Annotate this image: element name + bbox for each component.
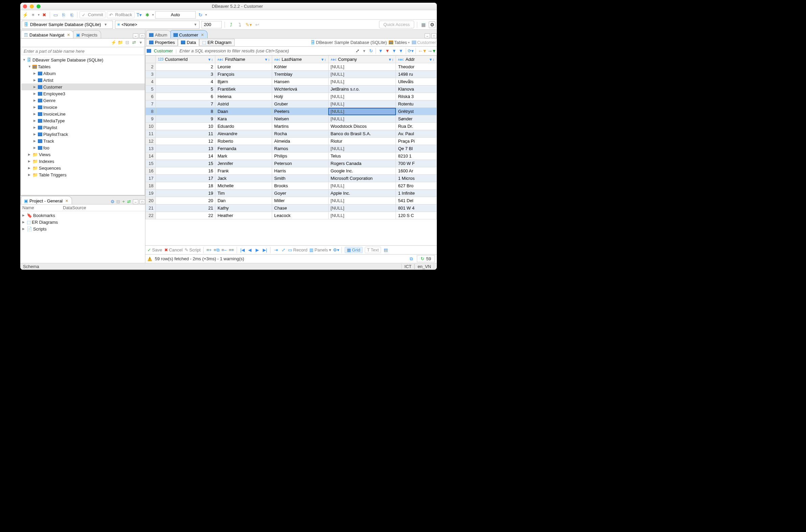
cell[interactable]: [NULL] xyxy=(328,197,396,205)
close-tab-icon[interactable]: ✕ xyxy=(65,199,68,203)
breadcrumb-object[interactable]: Customer xyxy=(412,40,436,45)
cell[interactable]: 9 xyxy=(156,115,215,123)
cell[interactable]: Microsoft Corporation xyxy=(328,175,396,182)
column-filter-icon[interactable]: ▼↕ xyxy=(388,57,394,61)
project-new-icon[interactable]: ＋ xyxy=(121,199,126,204)
table-row[interactable]: 1919TimGoyerApple Inc.1 Infinite xyxy=(146,190,437,197)
expand-toggle-icon[interactable]: ▶ xyxy=(28,173,32,176)
cell[interactable]: Michelle xyxy=(215,182,272,190)
cell[interactable]: [NULL] xyxy=(328,115,396,123)
record-button[interactable]: ▭Record xyxy=(288,247,307,252)
column-header-firstname[interactable]: ᴀʙᴄ FirstName▼↕ xyxy=(215,56,272,63)
cell[interactable]: Kathy xyxy=(215,205,272,212)
close-window-button[interactable] xyxy=(23,4,27,8)
cell[interactable]: 5 xyxy=(156,86,215,93)
cell[interactable]: Tremblay xyxy=(272,71,329,78)
table-row[interactable]: 33FrançoisTremblay[NULL]1498 ru xyxy=(146,71,437,78)
subtab-er-diagram[interactable]: ⬚ER Diagram xyxy=(199,39,235,46)
expand-toggle-icon[interactable]: ▶ xyxy=(34,133,37,136)
row-number[interactable]: 3 xyxy=(146,71,156,78)
cell[interactable]: 1498 ru xyxy=(396,71,437,78)
cell[interactable]: [NULL] xyxy=(328,205,396,212)
cell[interactable]: [NULL] xyxy=(328,182,396,190)
expand-icon[interactable]: ⤢ xyxy=(355,48,360,54)
tree-node[interactable]: ▶🔖Bookmarks xyxy=(21,212,145,219)
quick-access-field[interactable]: Quick Access xyxy=(379,21,414,28)
tool1-icon[interactable]: ⤴ xyxy=(227,21,234,28)
expand-toggle-icon[interactable]: ▶ xyxy=(34,85,37,89)
copy-row-icon[interactable]: ≡⧉ xyxy=(214,247,219,253)
schema-combo[interactable]: ≡ <None>▼ xyxy=(115,21,200,29)
tree-node[interactable]: ▶foo xyxy=(21,144,145,151)
maximize-view-icon[interactable]: □ xyxy=(431,34,437,38)
row-number[interactable]: 5 xyxy=(146,86,156,93)
table-row[interactable]: 1717JackSmithMicrosoft Corporation1 Micr… xyxy=(146,175,437,182)
cell[interactable]: 13 xyxy=(156,145,215,152)
expand-toggle-icon[interactable]: ▶ xyxy=(22,221,26,224)
cell[interactable]: [NULL] xyxy=(328,71,396,78)
tree-node[interactable]: ▶Customer xyxy=(21,83,145,90)
cell[interactable]: Astrid xyxy=(215,100,272,108)
table-row[interactable]: 44BjørnHansen[NULL]Ullevåls xyxy=(146,78,437,86)
cell[interactable]: 6 xyxy=(156,93,215,100)
cell[interactable]: [NULL] xyxy=(328,78,396,86)
cell[interactable]: Brooks xyxy=(272,182,329,190)
row-number[interactable]: 10 xyxy=(146,123,156,130)
cell[interactable]: Tim xyxy=(215,190,272,197)
table-row[interactable]: 1212RobertoAlmeidaRioturPraça Pi xyxy=(146,137,437,145)
row-number[interactable]: 19 xyxy=(146,190,156,197)
nav-forward-icon[interactable]: →▾ xyxy=(427,48,435,54)
expand-toggle-icon[interactable]: ▶ xyxy=(22,227,26,230)
cell[interactable]: 4 xyxy=(156,78,215,86)
cell[interactable]: 12 xyxy=(156,137,215,145)
minimize-view-icon[interactable]: – xyxy=(425,34,430,38)
cell[interactable]: Kara xyxy=(215,115,272,123)
table-row[interactable]: 2020DanMiller[NULL]541 Del xyxy=(146,197,437,205)
cell[interactable]: Harris xyxy=(272,167,329,175)
duplicate-row-icon[interactable]: ≡≡ xyxy=(228,247,234,253)
save-button[interactable]: ✓Save xyxy=(147,247,162,252)
cell[interactable]: Dan xyxy=(215,197,272,205)
panels-button[interactable]: ▥Panels ▾ xyxy=(310,247,331,252)
row-count-box[interactable]: ↻ 59 xyxy=(417,255,435,262)
cell[interactable]: 14 xyxy=(156,152,215,160)
table-row[interactable]: 22LeonieKöhler[NULL]Theodor xyxy=(146,63,437,71)
link-editor-icon[interactable]: ⇄ xyxy=(131,40,136,45)
cell[interactable]: Almeida xyxy=(272,137,329,145)
cell[interactable]: Holý xyxy=(272,93,329,100)
tree-node[interactable]: ▶Track xyxy=(21,137,145,144)
column-filter-icon[interactable]: ▼↕ xyxy=(208,57,213,61)
tab-album[interactable]: Album xyxy=(146,30,171,38)
sql-editor-icon[interactable]: ▭ xyxy=(52,12,59,18)
subtab-data[interactable]: Data xyxy=(178,39,199,46)
table-row[interactable]: 1111AlexandreRochaBanco do Brasil S.A.Av… xyxy=(146,130,437,137)
cell[interactable]: Philips xyxy=(272,152,329,160)
cell[interactable]: Peeters xyxy=(272,108,329,115)
cell[interactable]: Wichterlová xyxy=(272,86,329,93)
cell[interactable]: Woodstock Discos xyxy=(328,123,396,130)
row-number[interactable]: 18 xyxy=(146,182,156,190)
expand-toggle-icon[interactable]: ▶ xyxy=(22,214,26,217)
close-tab-icon[interactable]: ✕ xyxy=(201,33,204,37)
cell[interactable]: 1 Infinite xyxy=(396,190,437,197)
cell[interactable]: Peterson xyxy=(272,160,329,167)
row-number[interactable]: 8 xyxy=(146,108,156,115)
row-number[interactable]: 21 xyxy=(146,205,156,212)
cell[interactable]: Jennifer xyxy=(215,160,272,167)
cell[interactable]: 700 W F xyxy=(396,160,437,167)
cell[interactable]: Bjørn xyxy=(215,78,272,86)
tool3-icon[interactable]: ↩ xyxy=(254,21,261,28)
cell[interactable]: 8 xyxy=(156,108,215,115)
cell[interactable]: Av. Paul xyxy=(396,130,437,137)
connect-icon[interactable]: ⚡ xyxy=(22,12,29,18)
rowcount-copy-icon[interactable]: ⧉ xyxy=(409,256,414,262)
text-view-button[interactable]: TText xyxy=(365,247,381,253)
tree-node[interactable]: ▶Genre xyxy=(21,97,145,104)
row-number[interactable]: 6 xyxy=(146,93,156,100)
expand-toggle-icon[interactable]: ▶ xyxy=(28,159,32,163)
calc-icon[interactable]: ▤ xyxy=(383,247,389,253)
add-row-icon[interactable]: ≡+ xyxy=(206,247,212,253)
cell[interactable]: Alexandre xyxy=(215,130,272,137)
tree-node[interactable]: ▼Tables xyxy=(21,63,145,70)
cell[interactable]: Qe 7 Bl xyxy=(396,145,437,152)
